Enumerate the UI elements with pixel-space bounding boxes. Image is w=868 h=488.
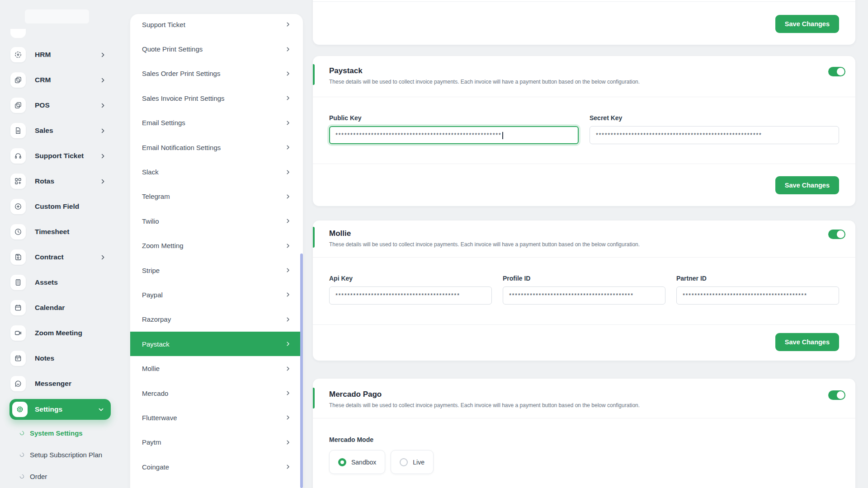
option-label: Live [413, 459, 425, 466]
chevron-right-icon [285, 366, 291, 372]
sidebar-item[interactable]: Notes [10, 351, 106, 366]
settings-menu-item[interactable]: Mollie [130, 356, 303, 380]
sidebar-item[interactable]: Messenger [10, 376, 106, 391]
chevron-right-icon [285, 267, 291, 273]
sidebar-item-label: Support Ticket [35, 152, 84, 160]
input-value: ****************************************… [335, 292, 460, 299]
sidebar-item[interactable]: Zoom Meeting [10, 325, 106, 341]
mollie-toggle[interactable] [828, 230, 845, 239]
settings-menu-item[interactable]: Email Settings [130, 111, 303, 135]
toggle-knob [837, 68, 844, 75]
sidebar-item[interactable]: Calendar [10, 300, 106, 315]
sidebar-item-label: Timesheet [35, 228, 69, 236]
mercado-pago-card: Mercado Pago These details will be used … [313, 379, 855, 488]
settings-menu-item[interactable]: Zoom Metting [130, 234, 303, 258]
sidebar-item[interactable]: Contract [10, 249, 106, 265]
settings-menu-item[interactable]: Mercado [130, 381, 303, 405]
settings-menu-item-label: Telegram [142, 192, 285, 200]
sandbox-option[interactable]: Sandbox [329, 450, 385, 474]
bullet-icon [19, 474, 25, 479]
sidebar-item[interactable]: Support Ticket [10, 148, 106, 164]
save-changes-button[interactable]: Save Changes [775, 176, 839, 194]
settings-menu-item[interactable]: Paypal [130, 282, 303, 307]
settings-menu-item[interactable]: Support Ticket [130, 14, 303, 37]
settings-menu-item[interactable]: Skrill [130, 479, 303, 488]
paystack-toggle[interactable] [828, 67, 845, 76]
secret-key-input[interactable]: ****************************************… [590, 126, 839, 144]
settings-menu-item[interactable]: Flutterwave [130, 405, 303, 430]
profile-id-input[interactable]: ****************************************… [503, 286, 665, 305]
sidebar-subitem[interactable]: Setup Subscription Plan [0, 444, 122, 465]
bullet-icon [19, 452, 25, 458]
logo-placeholder [25, 9, 89, 23]
settings-menu-item[interactable]: Email Notification Settings [130, 135, 303, 160]
contract-icon [10, 249, 26, 265]
zoom-meeting-icon [10, 325, 26, 341]
sidebar-item[interactable]: HRM [10, 47, 106, 62]
paystack-body: Public Key *****************************… [313, 97, 855, 164]
sidebar-item-label: Calendar [35, 304, 65, 312]
sidebar-subitem-label: Setup Subscription Plan [30, 451, 102, 459]
sidebar-item-settings[interactable]: Settings [9, 399, 111, 420]
save-changes-button[interactable]: Save Changes [775, 15, 839, 33]
profile-id-field: Profile ID *****************************… [503, 275, 665, 305]
mercado-description: These details will be used to collect in… [329, 402, 839, 408]
chevron-right-icon [285, 120, 291, 126]
settings-menu-item[interactable]: Quote Print Settings [130, 37, 303, 61]
settings-menu-item-label: Mercado [142, 389, 285, 397]
radio-selected-icon [338, 458, 346, 466]
chevron-right-icon [285, 316, 291, 323]
settings-menu-item[interactable]: Stripe [130, 258, 303, 282]
api-key-input[interactable]: ****************************************… [329, 286, 492, 305]
paystack-card: Paystack These details will be used to c… [313, 56, 855, 206]
sidebar-item[interactable]: CRM [10, 72, 106, 88]
settings-children: System Settings Setup Subscription Plan … [0, 422, 122, 487]
crm-icon [10, 72, 26, 88]
settings-menu-item-label: Sales Order Print Settings [142, 70, 285, 77]
public-key-input[interactable]: ****************************************… [329, 126, 579, 144]
sidebar-item[interactable]: Assets [10, 275, 106, 290]
sales-icon [10, 123, 26, 138]
mercado-toggle[interactable] [828, 390, 845, 400]
primary-sidebar: HRM CRM POS [0, 0, 130, 488]
live-option[interactable]: Live [391, 450, 434, 474]
settings-menu-item[interactable]: Paystack [130, 332, 303, 356]
settings-menu-item[interactable]: Paytm [130, 430, 303, 455]
settings-menu-item-label: Stripe [142, 267, 285, 274]
settings-menu-item[interactable]: Twilio [130, 209, 303, 233]
settings-menu-item[interactable]: Razorpay [130, 307, 303, 332]
sidebar-subitem[interactable]: Order [0, 465, 122, 487]
save-changes-button[interactable]: Save Changes [775, 333, 839, 351]
divider [313, 1, 855, 2]
sidebar-item[interactable]: Timesheet [10, 224, 106, 239]
calendar-icon [10, 300, 26, 315]
sidebar-item-label: Contract [35, 253, 64, 261]
settings-menu-scrollbar[interactable] [300, 253, 303, 488]
sidebar-item[interactable]: Sales [10, 123, 106, 138]
app-page: HRM CRM POS [0, 0, 868, 488]
settings-menu-item-label: Twilio [142, 217, 285, 225]
settings-menu-item[interactable]: Telegram [130, 184, 303, 209]
sidebar-subitem[interactable]: System Settings [0, 422, 122, 444]
chevron-down-icon [98, 406, 104, 413]
sidebar-item[interactable]: Custom Field [10, 199, 106, 214]
settings-menu-item[interactable]: Coingate [130, 455, 303, 479]
mollie-title: Mollie [329, 229, 839, 239]
settings-menu-item[interactable]: Sales Invoice Print Settings [130, 86, 303, 110]
sidebar-item[interactable]: Rotas [10, 174, 106, 189]
assets-icon [10, 275, 26, 290]
option-label: Sandbox [351, 459, 376, 466]
paystack-description: These details will be used to collect in… [329, 79, 839, 85]
settings-menu-item[interactable]: Sales Order Print Settings [130, 61, 303, 86]
partner-id-input[interactable]: ****************************************… [676, 286, 839, 305]
settings-menu-item[interactable]: Slack [130, 160, 303, 184]
sidebar-item-label: Sales [35, 127, 53, 135]
sidebar-item[interactable]: POS [10, 98, 106, 113]
mercado-title: Mercado Pago [329, 389, 839, 399]
field-label: Partner ID [676, 275, 839, 282]
mercado-header: Mercado Pago These details will be used … [313, 379, 855, 418]
pos-icon [10, 98, 26, 113]
chevron-right-icon [99, 52, 106, 58]
top-partial-card: Save Changes [313, 0, 855, 45]
input-value: ****************************************… [335, 131, 501, 138]
